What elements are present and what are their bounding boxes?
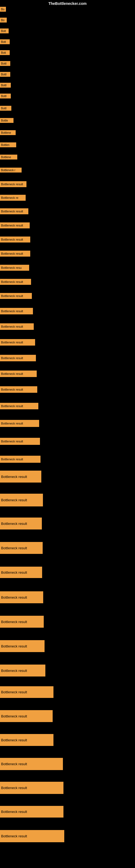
- bottleneck-result-item: Bottlene: [0, 130, 16, 135]
- bottleneck-result-item: Bo: [0, 18, 7, 23]
- bottleneck-result-item: Bottleneck result: [0, 518, 42, 529]
- bottleneck-result-item: Bottleneck result: [0, 591, 43, 603]
- bottleneck-result-item: Bottleneck result: [0, 806, 63, 817]
- bottleneck-result-item: Bottleneck result: [0, 371, 37, 377]
- bottleneck-result-item: Bottleneck result: [0, 222, 30, 228]
- bottleneck-result-item: Bottleneck result: [0, 355, 36, 361]
- bottleneck-result-item: Bottleneck result: [0, 181, 27, 187]
- bottleneck-result-item: Bottl: [0, 72, 10, 77]
- bottleneck-result-item: Bottleneck result: [0, 308, 33, 314]
- bottleneck-result-item: Bott: [0, 39, 10, 44]
- bottleneck-result-item: Bottleneck result: [0, 386, 37, 393]
- bottleneck-result-item: Bo: [0, 7, 6, 12]
- bottleneck-result-item: Bottleneck result: [0, 208, 28, 214]
- bottleneck-result-item: Bottleneck result: [0, 616, 44, 628]
- bottleneck-result-item: Bottleneck result: [0, 710, 53, 722]
- bottleneck-result-item: Bottleneck result: [0, 293, 32, 299]
- bottleneck-result-item: Bottleneck result: [0, 758, 63, 770]
- bottleneck-result-item: Bottlen: [0, 143, 16, 147]
- bottleneck-result-item: Bottleneck r: [0, 167, 21, 173]
- bottleneck-result-item: Bottl: [0, 61, 10, 66]
- bottleneck-result-item: Bottleneck result: [0, 782, 63, 794]
- bottleneck-result-item: Bottleneck result: [0, 830, 64, 842]
- bottleneck-result-item: Bottleneck result: [0, 438, 40, 445]
- bottleneck-result-item: Bottleneck re: [0, 195, 26, 201]
- bottleneck-result-item: Bottl: [0, 83, 11, 88]
- bottleneck-result-item: Bottl: [0, 94, 11, 98]
- bottleneck-result-item: Bottleneck result: [0, 664, 45, 677]
- bottleneck-result-item: Bottleneck result: [0, 456, 41, 463]
- site-title: TheBottlenecker.com: [48, 1, 87, 6]
- bottleneck-result-item: Bottleneck result: [0, 323, 34, 330]
- bottleneck-result-item: Bottleneck result: [0, 251, 30, 257]
- bottleneck-result-item: Bottleneck result: [0, 542, 43, 554]
- bottleneck-result-item: Bottleneck result: [0, 640, 45, 652]
- bottleneck-result-item: Bott: [0, 50, 10, 55]
- bottleneck-result-item: Bottleneck result: [0, 471, 41, 483]
- bottleneck-result-item: Bottleneck result: [0, 567, 42, 578]
- bottleneck-result-item: Bottlene: [0, 155, 17, 159]
- bottleneck-result-item: Bottle: [0, 118, 13, 123]
- bottleneck-result-item: Bottleneck result: [0, 686, 53, 698]
- bottleneck-result-item: Bott: [0, 29, 9, 33]
- bottleneck-result-item: Bottleneck result: [0, 403, 38, 409]
- bottleneck-result-item: Bottleneck result: [0, 734, 53, 746]
- bottleneck-result-item: Bottleneck result: [0, 279, 31, 285]
- bottleneck-result-item: Bottleneck result: [0, 237, 30, 243]
- bottleneck-result-item: Bottleneck result: [0, 420, 39, 427]
- bottleneck-result-item: Bottleneck result: [0, 339, 35, 346]
- bottleneck-result-item: Bottleneck resu: [0, 265, 29, 271]
- bottleneck-result-item: Bottleneck result: [0, 494, 43, 506]
- bottleneck-result-item: Bottl: [0, 106, 11, 111]
